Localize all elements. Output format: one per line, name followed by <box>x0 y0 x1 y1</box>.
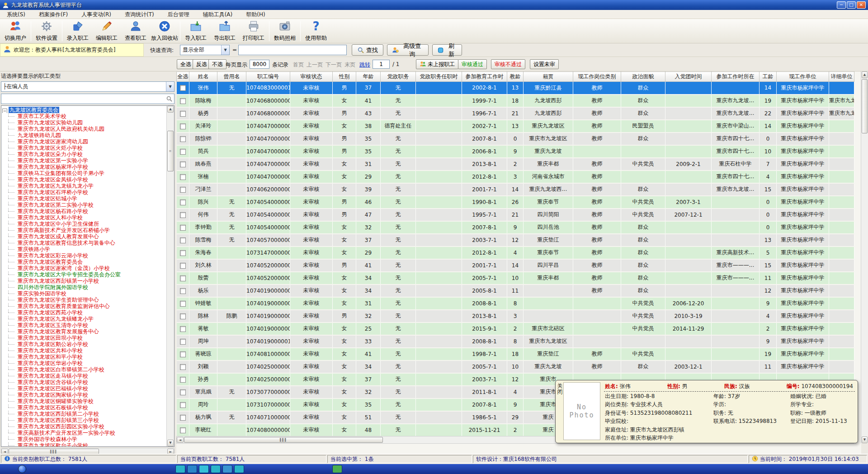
table-row[interactable]: 蒋晓琼107408100000080未审核女41无1998-7-118重庆垫江教… <box>177 348 854 360</box>
table-row[interactable]: 杨乐107401900000007未审核女34无2005-8-111教师群众12… <box>177 284 854 297</box>
tree-node[interactable]: 重庆市九龙坡区石坪桥小学校 <box>2 189 174 195</box>
tree-node[interactable]: 重庆铁路小学 <box>2 246 174 252</box>
tree-node[interactable]: 重庆市九龙坡区铜罐驿实验学校 <box>2 398 174 404</box>
tree-node[interactable]: 重庆市九龙坡区中小学卫生保健所 <box>2 221 174 227</box>
invert-select-button[interactable]: 反选 <box>193 59 211 69</box>
column-header[interactable]: 年龄 <box>356 72 381 82</box>
toolbar-camera-button[interactable]: 数码照相 <box>270 19 299 43</box>
tree-node[interactable]: 重庆市九龙坡区巴福镇小学校 <box>2 385 174 392</box>
prev-page-link[interactable]: 上一页 <box>307 61 323 69</box>
toolbar-view-employee-button[interactable]: 查看职工 <box>121 19 150 43</box>
search-icon[interactable] <box>166 95 173 102</box>
tree-root-node[interactable]: −九龙坡区教育委员会 <box>2 107 174 113</box>
table-row[interactable]: 姚春燕107404700000071未审核女31无2013-8-12重庆丰都教师… <box>177 158 854 171</box>
toolbar-add-employee-button[interactable]: 录入职工 <box>63 19 92 43</box>
tree-node[interactable]: 重庆市九龙坡区谢家湾（金茂）小学校 <box>2 265 174 271</box>
tree-node[interactable]: 重庆市九龙坡区西彭镇第一小学校 <box>2 278 174 284</box>
row-checkbox[interactable] <box>180 275 186 281</box>
table-row[interactable]: 刘久林107405200000040未审核男41无2001-7-114四川平昌教… <box>177 259 854 272</box>
per-page-input[interactable] <box>250 60 269 69</box>
toolbar-import-employee-button[interactable]: 导入职工 <box>181 19 210 43</box>
row-checkbox[interactable] <box>180 212 186 218</box>
tree-node[interactable]: 重庆市九龙坡区教育发展服务中心 <box>2 328 174 335</box>
last-page-link[interactable]: 末页 <box>344 61 355 69</box>
row-checkbox[interactable] <box>180 288 186 294</box>
column-header[interactable]: 参加教育工作时 <box>462 72 507 82</box>
row-checkbox[interactable] <box>180 301 186 307</box>
tree-node[interactable]: 重庆实验外国语学校 <box>2 290 174 297</box>
tree-node[interactable]: 重庆市九龙坡区金凤镇小学校 <box>2 176 174 183</box>
tree-node[interactable]: 重庆市九龙坡区大学中专招生委员会办公室 <box>2 271 174 278</box>
toolbar-recycle-button[interactable]: 放入回收站 <box>150 19 179 43</box>
tree-node[interactable]: 重庆市九龙坡区石板镇小学校 <box>2 404 174 411</box>
row-checkbox[interactable] <box>180 174 186 180</box>
tree-node[interactable]: 四川外语学院附属外国语学校 <box>2 284 174 290</box>
tree-node[interactable]: 重庆市九龙坡区实验幼儿园 <box>2 119 174 126</box>
scroll-down-icon[interactable]: ▼ <box>167 440 174 446</box>
next-page-link[interactable]: 下一页 <box>326 61 342 69</box>
column-header[interactable]: 姓名 <box>189 72 217 82</box>
taskbar-icon[interactable] <box>234 465 244 473</box>
tree-node[interactable]: 重庆市九龙坡区朵力小学校 <box>2 151 174 157</box>
collapse-icon[interactable]: − <box>2 109 7 113</box>
tree-vertical-scrollbar[interactable]: ▲ ≡ ▼ <box>166 106 174 446</box>
tree-node[interactable]: 重庆市九龙坡区和平小学校 <box>2 354 174 360</box>
tree-node[interactable]: 重庆市九龙坡区走马镇小学校 <box>2 373 174 379</box>
chevron-down-icon[interactable]: ▼ <box>221 45 229 55</box>
taskbar-icon[interactable] <box>187 465 197 473</box>
deselect-button[interactable]: 不选 <box>208 59 226 69</box>
tree-node[interactable]: 重庆市九龙坡区谢家湾幼儿园 <box>2 138 174 145</box>
column-header[interactable]: 曾用名 <box>217 72 246 82</box>
row-checkbox[interactable] <box>180 250 186 256</box>
row-checkbox[interactable] <box>180 237 186 243</box>
column-header[interactable]: 详细单位 <box>829 72 854 82</box>
row-checkbox[interactable] <box>180 389 186 395</box>
column-header[interactable]: 全选 <box>177 72 189 82</box>
row-checkbox[interactable] <box>180 339 186 345</box>
taskbar-icon[interactable] <box>332 465 342 473</box>
row-checkbox[interactable] <box>180 313 186 319</box>
row-checkbox[interactable] <box>180 187 186 193</box>
table-row[interactable]: 杨勇107406800000074未审核男43无1996-7-121九龙坡西彭教… <box>177 107 854 120</box>
tree-node[interactable]: 重庆市九龙坡区火炬小学校 <box>2 145 174 151</box>
chevron-down-icon[interactable]: ▼ <box>166 82 174 91</box>
row-checkbox[interactable] <box>180 85 186 91</box>
tree-node[interactable]: 重庆外国语学校森林小学 <box>2 436 174 442</box>
toolbar-print-employee-button[interactable]: 打印职工 <box>239 19 268 43</box>
tree-node[interactable]: 重庆市高新技术产业开发区石桥铺小学 <box>2 227 174 233</box>
tree-node[interactable]: 重庆市九龙坡区西彭镇第三小学校 <box>2 417 174 423</box>
tree-node[interactable]: 重庆市九龙坡区鹅公岩小学校 <box>2 341 174 347</box>
column-header[interactable]: 审核状态 <box>290 72 333 82</box>
close-button[interactable]: ✕ <box>857 1 866 9</box>
toolbar-switch-user-button[interactable]: 切换用户 <box>1 19 30 43</box>
table-row[interactable]: 周坤107401900000103未审核女33无2008-8-18重庆市九龙坡区… <box>177 335 854 348</box>
table-row[interactable]: 蒋敏107401900000066未审核女25无2015-9-12重庆市北碚区中… <box>177 322 854 335</box>
row-checkbox[interactable] <box>180 351 186 357</box>
find-button[interactable]: 查找 <box>352 44 383 56</box>
table-row[interactable]: 简兵107404700000064未审核男35无2006-8-19重庆九龙坡重庆… <box>177 145 854 158</box>
tree-node[interactable]: 重庆市九龙坡区歇台子小学校 <box>2 442 174 447</box>
table-row[interactable]: 殷蕾107405200000076未审核女34无2005-7-110重庆丰都教师… <box>177 272 854 284</box>
tree-node[interactable]: 重庆市九龙坡区西彭镇第二小学校 <box>2 411 174 417</box>
tree-node[interactable]: 重庆市九龙坡区西苑小学校 <box>2 309 174 316</box>
tree-node[interactable]: 重庆市九龙坡区玉清寺小学校 <box>2 322 174 328</box>
menu-item[interactable]: 人事变动(R) <box>75 10 118 19</box>
row-checkbox[interactable] <box>180 98 186 104</box>
row-checkbox[interactable] <box>180 199 186 205</box>
table-row[interactable]: 陈咏梅107406800000027未审核女41无1999-7-118九龙坡西彭… <box>177 95 854 107</box>
row-checkbox[interactable] <box>180 427 186 433</box>
row-checkbox[interactable] <box>180 136 186 142</box>
tree-node[interactable]: 重庆市九龙坡区教育质量监测评估中心 <box>2 303 174 309</box>
column-header[interactable]: 教龄 <box>507 72 524 82</box>
employee-type-select[interactable]: ├在编人员 ▼ <box>1 81 175 92</box>
table-row[interactable]: 关泽玲107404700000013未审核女38德育处主任2002-7-113重… <box>177 120 854 133</box>
table-row[interactable]: 朱海春107314700000007未审核女29无2012-8-14重庆奉节教师… <box>177 246 854 259</box>
scroll-left-icon[interactable]: ◄ <box>177 437 184 443</box>
reject-button[interactable]: 审核不通过 <box>491 59 525 69</box>
scroll-thumb[interactable] <box>862 79 868 133</box>
column-header[interactable]: 入党团时间 <box>665 72 712 82</box>
set-unreviewed-button[interactable]: 设置未审 <box>530 59 559 69</box>
menu-item[interactable]: 帮助(H) <box>239 10 272 19</box>
row-checkbox[interactable] <box>180 123 186 129</box>
menu-item[interactable]: 档案操作(F) <box>32 10 75 19</box>
